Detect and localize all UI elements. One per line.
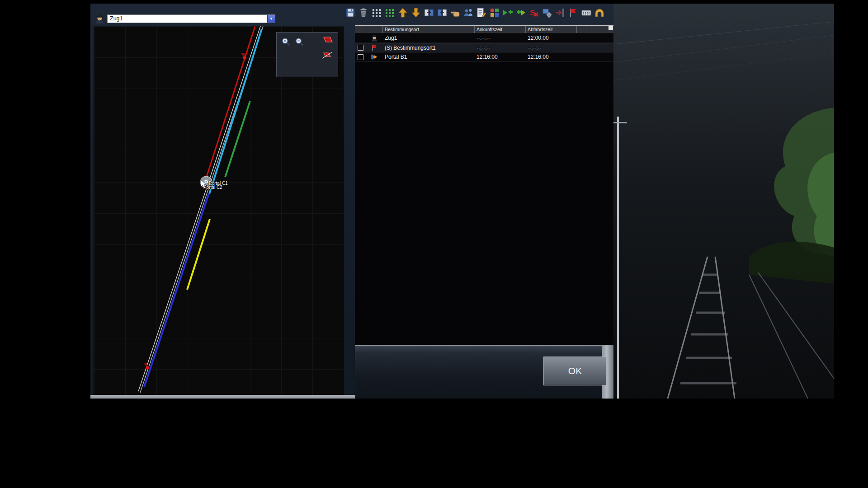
train-select-dropdown[interactable]: Zug1 ▼ xyxy=(107,14,275,23)
column-arrival: Ankunftszeit xyxy=(475,26,526,33)
timetable-row[interactable]: Zug1 --:--:-- 12:00:00 xyxy=(355,33,613,43)
column-icon xyxy=(366,26,383,33)
portal-icon xyxy=(370,53,378,61)
save-icon[interactable] xyxy=(345,7,356,18)
move-up-icon[interactable] xyxy=(397,7,408,18)
column-departure: Abfahrtszeit xyxy=(526,26,577,33)
flag-icon xyxy=(370,44,378,52)
insert-column-icon[interactable] xyxy=(424,7,434,18)
row-departure: --:--:-- xyxy=(526,45,577,51)
ok-button[interactable]: OK xyxy=(543,357,607,385)
row-destination: Zug1 xyxy=(383,35,475,41)
chevron-down-icon[interactable]: ▼ xyxy=(267,15,275,23)
zoom-in-button[interactable] xyxy=(280,36,291,47)
delete-icon[interactable] xyxy=(358,7,369,18)
row-destination: Portal B1 xyxy=(383,54,475,60)
row-checkbox[interactable] xyxy=(358,54,363,60)
timetable-grid-active-icon[interactable] xyxy=(384,7,395,18)
passengers-icon[interactable] xyxy=(463,7,474,18)
route-line-red xyxy=(205,27,255,181)
remove-service-icon[interactable]: S xyxy=(528,7,539,18)
scene-render xyxy=(613,4,834,399)
driver-icon xyxy=(94,13,105,24)
route-line-blue xyxy=(144,193,209,387)
track-line xyxy=(138,26,261,391)
route-line-green xyxy=(225,101,250,177)
row-departure: 12:16:00 xyxy=(526,54,577,60)
timetable-row[interactable]: (S) Bestimmungsort1 --:--:-- --:--:-- xyxy=(355,43,613,52)
row-arrival: --:--:-- xyxy=(475,45,526,51)
flag-icon[interactable] xyxy=(568,7,579,18)
row-departure: 12:00:00 xyxy=(526,35,577,41)
draw-area-tool[interactable] xyxy=(322,34,335,45)
signal-marker[interactable] xyxy=(143,363,149,370)
map-canvas: P Portal C1 Portal C2 xyxy=(94,26,344,399)
driver-icon xyxy=(370,34,378,42)
row-destination: (S) Bestimmungsort1 xyxy=(383,45,475,51)
consist-colors-icon[interactable] xyxy=(489,7,500,18)
portal-tunnel-icon[interactable] xyxy=(594,7,605,18)
map-controls-overlay xyxy=(276,32,338,77)
row-checkbox[interactable] xyxy=(358,45,363,51)
drag-hand-icon[interactable] xyxy=(450,7,461,18)
service-settings-icon[interactable] xyxy=(542,7,552,18)
remove-column-icon[interactable] xyxy=(437,7,448,18)
toolbar: S xyxy=(345,7,607,19)
row-arrival: --:--:-- xyxy=(475,35,526,41)
background-3d-scene xyxy=(613,4,834,399)
portal-c2-label: Portal C2 xyxy=(203,185,222,190)
window-bottom-edge xyxy=(90,395,355,399)
route-line-yellow xyxy=(187,219,210,290)
catenary-pole xyxy=(617,117,619,399)
timetable-panel: Bestimmungsort Ankunftszeit Abfahrtszeit… xyxy=(355,25,613,345)
add-service-icon[interactable] xyxy=(502,7,513,18)
edit-area-tool[interactable] xyxy=(321,49,334,60)
scrollbar-thumb[interactable] xyxy=(609,26,613,30)
append-service-icon[interactable] xyxy=(515,7,526,18)
dropdown-value: Zug1 xyxy=(108,15,267,23)
row-arrival: 12:16:00 xyxy=(475,54,526,60)
route-line-cyan xyxy=(209,29,262,194)
column-destination: Bestimmungsort xyxy=(383,26,475,33)
keypad-icon[interactable] xyxy=(581,7,592,18)
column-checkbox xyxy=(355,26,366,33)
column-extra xyxy=(577,26,591,33)
move-down-icon[interactable] xyxy=(410,7,421,18)
timetable-row[interactable]: Portal B1 12:16:00 12:16:00 xyxy=(355,52,613,62)
timetable-grid-icon[interactable] xyxy=(371,7,382,18)
track-map[interactable]: P Portal C1 Portal C2 xyxy=(94,26,344,399)
edit-instructions-icon[interactable] xyxy=(476,7,487,18)
timetable-header: Bestimmungsort Ankunftszeit Abfahrtszeit xyxy=(355,26,613,33)
zoom-out-button[interactable] xyxy=(294,36,305,47)
jump-to-service-icon[interactable] xyxy=(555,7,566,18)
